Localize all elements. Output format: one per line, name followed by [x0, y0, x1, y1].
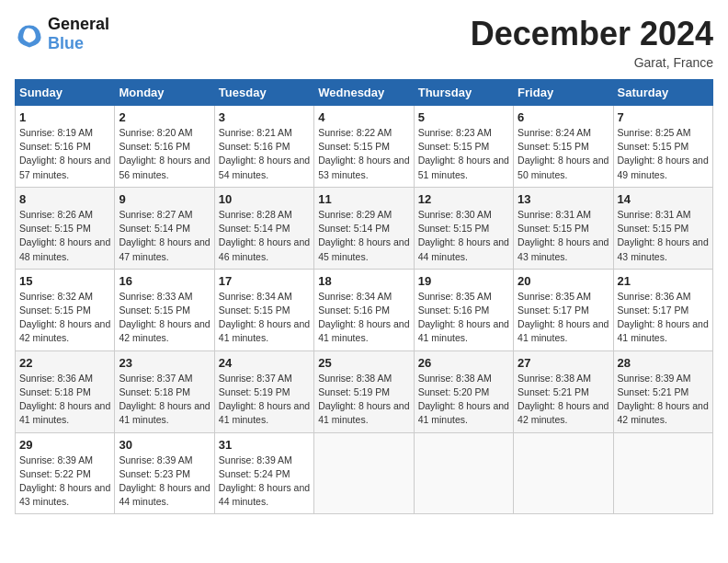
- calendar-cell: 22 Sunrise: 8:36 AM Sunset: 5:18 PM Dayl…: [16, 350, 115, 432]
- day-info: Sunrise: 8:38 AM Sunset: 5:20 PM Dayligh…: [418, 372, 509, 428]
- calendar-cell: 29 Sunrise: 8:39 AM Sunset: 5:22 PM Dayl…: [16, 432, 115, 514]
- calendar-cell: [314, 432, 414, 514]
- calendar-cell: 19 Sunrise: 8:35 AM Sunset: 5:16 PM Dayl…: [414, 269, 513, 350]
- day-number: 18: [318, 274, 409, 288]
- day-info: Sunrise: 8:30 AM Sunset: 5:15 PM Dayligh…: [418, 208, 509, 264]
- day-info: Sunrise: 8:32 AM Sunset: 5:15 PM Dayligh…: [19, 290, 110, 346]
- calendar-cell: 28 Sunrise: 8:39 AM Sunset: 5:21 PM Dayl…: [613, 350, 712, 432]
- col-sunday: Sunday: [16, 80, 115, 106]
- calendar-cell: 23 Sunrise: 8:37 AM Sunset: 5:18 PM Dayl…: [115, 350, 214, 432]
- day-number: 23: [119, 356, 210, 370]
- day-info: Sunrise: 8:37 AM Sunset: 5:19 PM Dayligh…: [219, 372, 310, 428]
- day-number: 17: [219, 274, 310, 288]
- day-number: 19: [418, 274, 509, 288]
- day-info: Sunrise: 8:25 AM Sunset: 5:15 PM Dayligh…: [618, 126, 709, 182]
- calendar-cell: [414, 432, 513, 514]
- day-number: 22: [19, 356, 110, 370]
- day-info: Sunrise: 8:23 AM Sunset: 5:15 PM Dayligh…: [418, 126, 509, 182]
- calendar-cell: 1 Sunrise: 8:19 AM Sunset: 5:16 PM Dayli…: [16, 106, 115, 188]
- day-number: 11: [318, 192, 409, 206]
- day-info: Sunrise: 8:20 AM Sunset: 5:16 PM Dayligh…: [119, 126, 210, 182]
- calendar-cell: 8 Sunrise: 8:26 AM Sunset: 5:15 PM Dayli…: [16, 187, 115, 269]
- day-number: 9: [119, 192, 210, 206]
- calendar-cell: [514, 432, 613, 514]
- calendar-row: 22 Sunrise: 8:36 AM Sunset: 5:18 PM Dayl…: [16, 350, 713, 432]
- day-info: Sunrise: 8:36 AM Sunset: 5:17 PM Dayligh…: [618, 290, 709, 346]
- day-info: Sunrise: 8:35 AM Sunset: 5:17 PM Dayligh…: [518, 290, 609, 346]
- day-info: Sunrise: 8:39 AM Sunset: 5:22 PM Dayligh…: [19, 454, 110, 510]
- calendar-cell: 13 Sunrise: 8:31 AM Sunset: 5:15 PM Dayl…: [514, 187, 613, 269]
- day-number: 1: [19, 110, 110, 124]
- day-info: Sunrise: 8:21 AM Sunset: 5:16 PM Dayligh…: [219, 126, 310, 182]
- month-year-title: December 2024: [471, 15, 713, 53]
- day-number: 31: [219, 438, 310, 452]
- day-number: 21: [618, 274, 709, 288]
- day-number: 30: [119, 438, 210, 452]
- calendar-cell: 5 Sunrise: 8:23 AM Sunset: 5:15 PM Dayli…: [414, 106, 513, 188]
- calendar-cell: [613, 432, 712, 514]
- day-number: 4: [318, 110, 409, 124]
- day-info: Sunrise: 8:37 AM Sunset: 5:18 PM Dayligh…: [119, 372, 210, 428]
- calendar-cell: 21 Sunrise: 8:36 AM Sunset: 5:17 PM Dayl…: [613, 269, 712, 350]
- col-monday: Monday: [115, 80, 214, 106]
- day-info: Sunrise: 8:31 AM Sunset: 5:15 PM Dayligh…: [618, 208, 709, 264]
- day-number: 24: [219, 356, 310, 370]
- day-info: Sunrise: 8:39 AM Sunset: 5:24 PM Dayligh…: [219, 454, 310, 510]
- page-header: General Blue December 2024 Garat, France: [15, 15, 713, 70]
- logo-text: General Blue: [48, 15, 109, 53]
- day-info: Sunrise: 8:39 AM Sunset: 5:21 PM Dayligh…: [618, 372, 709, 428]
- location-label: Garat, France: [471, 55, 713, 70]
- calendar-cell: 2 Sunrise: 8:20 AM Sunset: 5:16 PM Dayli…: [115, 106, 214, 188]
- calendar-cell: 3 Sunrise: 8:21 AM Sunset: 5:16 PM Dayli…: [214, 106, 313, 188]
- day-number: 20: [518, 274, 609, 288]
- day-number: 3: [219, 110, 310, 124]
- day-info: Sunrise: 8:34 AM Sunset: 5:15 PM Dayligh…: [219, 290, 310, 346]
- day-number: 14: [618, 192, 709, 206]
- calendar-cell: 6 Sunrise: 8:24 AM Sunset: 5:15 PM Dayli…: [514, 106, 613, 188]
- day-info: Sunrise: 8:19 AM Sunset: 5:16 PM Dayligh…: [19, 126, 110, 182]
- day-number: 15: [19, 274, 110, 288]
- header-row: Sunday Monday Tuesday Wednesday Thursday…: [16, 80, 713, 106]
- calendar-cell: 15 Sunrise: 8:32 AM Sunset: 5:15 PM Dayl…: [16, 269, 115, 350]
- calendar-cell: 30 Sunrise: 8:39 AM Sunset: 5:23 PM Dayl…: [115, 432, 214, 514]
- day-info: Sunrise: 8:36 AM Sunset: 5:18 PM Dayligh…: [19, 372, 110, 428]
- calendar-cell: 20 Sunrise: 8:35 AM Sunset: 5:17 PM Dayl…: [514, 269, 613, 350]
- calendar-cell: 27 Sunrise: 8:38 AM Sunset: 5:21 PM Dayl…: [514, 350, 613, 432]
- calendar-row: 15 Sunrise: 8:32 AM Sunset: 5:15 PM Dayl…: [16, 269, 713, 350]
- calendar-cell: 17 Sunrise: 8:34 AM Sunset: 5:15 PM Dayl…: [214, 269, 313, 350]
- calendar-row: 29 Sunrise: 8:39 AM Sunset: 5:22 PM Dayl…: [16, 432, 713, 514]
- calendar-cell: 9 Sunrise: 8:27 AM Sunset: 5:14 PM Dayli…: [115, 187, 214, 269]
- title-block: December 2024 Garat, France: [471, 15, 713, 70]
- day-info: Sunrise: 8:29 AM Sunset: 5:14 PM Dayligh…: [318, 208, 409, 264]
- day-number: 25: [318, 356, 409, 370]
- day-info: Sunrise: 8:38 AM Sunset: 5:19 PM Dayligh…: [318, 372, 409, 428]
- day-info: Sunrise: 8:22 AM Sunset: 5:15 PM Dayligh…: [318, 126, 409, 182]
- day-info: Sunrise: 8:28 AM Sunset: 5:14 PM Dayligh…: [219, 208, 310, 264]
- day-number: 7: [618, 110, 709, 124]
- day-info: Sunrise: 8:33 AM Sunset: 5:15 PM Dayligh…: [119, 290, 210, 346]
- calendar-cell: 25 Sunrise: 8:38 AM Sunset: 5:19 PM Dayl…: [314, 350, 414, 432]
- calendar-cell: 10 Sunrise: 8:28 AM Sunset: 5:14 PM Dayl…: [214, 187, 313, 269]
- day-number: 28: [618, 356, 709, 370]
- day-info: Sunrise: 8:24 AM Sunset: 5:15 PM Dayligh…: [518, 126, 609, 182]
- calendar-cell: 14 Sunrise: 8:31 AM Sunset: 5:15 PM Dayl…: [613, 187, 712, 269]
- col-friday: Friday: [514, 80, 613, 106]
- calendar-row: 8 Sunrise: 8:26 AM Sunset: 5:15 PM Dayli…: [16, 187, 713, 269]
- col-wednesday: Wednesday: [314, 80, 414, 106]
- day-number: 26: [418, 356, 509, 370]
- calendar-cell: 12 Sunrise: 8:30 AM Sunset: 5:15 PM Dayl…: [414, 187, 513, 269]
- day-info: Sunrise: 8:35 AM Sunset: 5:16 PM Dayligh…: [418, 290, 509, 346]
- calendar-cell: 18 Sunrise: 8:34 AM Sunset: 5:16 PM Dayl…: [314, 269, 414, 350]
- day-number: 29: [19, 438, 110, 452]
- day-number: 5: [418, 110, 509, 124]
- col-saturday: Saturday: [613, 80, 712, 106]
- calendar-cell: 4 Sunrise: 8:22 AM Sunset: 5:15 PM Dayli…: [314, 106, 414, 188]
- calendar-body: 1 Sunrise: 8:19 AM Sunset: 5:16 PM Dayli…: [16, 106, 713, 514]
- day-info: Sunrise: 8:31 AM Sunset: 5:15 PM Dayligh…: [518, 208, 609, 264]
- calendar-header: Sunday Monday Tuesday Wednesday Thursday…: [16, 80, 713, 106]
- logo-icon: [15, 19, 44, 49]
- day-number: 8: [19, 192, 110, 206]
- day-info: Sunrise: 8:39 AM Sunset: 5:23 PM Dayligh…: [119, 454, 210, 510]
- col-tuesday: Tuesday: [214, 80, 313, 106]
- calendar-cell: 16 Sunrise: 8:33 AM Sunset: 5:15 PM Dayl…: [115, 269, 214, 350]
